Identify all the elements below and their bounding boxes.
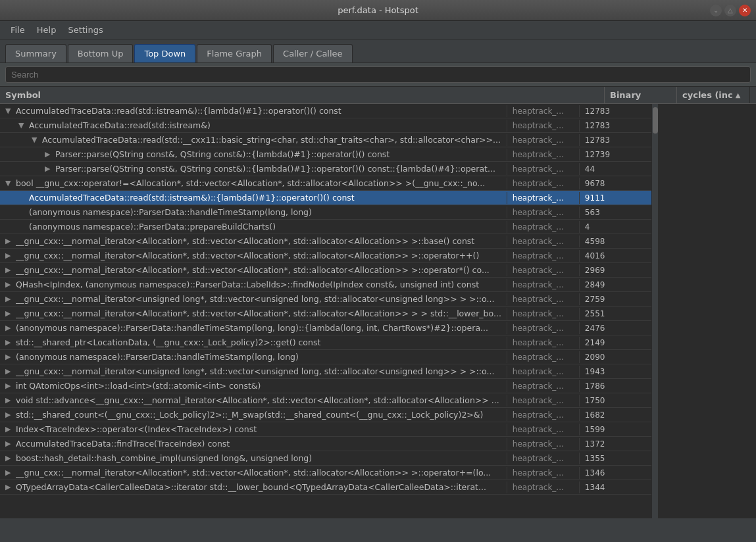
table-row[interactable]: ▶QTypedArrayData<CallerCalleeData>::iter…	[0, 480, 651, 495]
collapse-icon[interactable]: ▼	[18, 121, 28, 130]
expand-icon[interactable]: ▶	[5, 439, 14, 449]
table-row[interactable]: ▶AccumulatedTraceData::findTrace(TraceIn…	[0, 437, 651, 451]
scrollbar-thumb[interactable]	[653, 107, 658, 134]
binary-cell: heaptrack_...	[507, 351, 579, 363]
scrollbar-track[interactable]	[651, 104, 658, 518]
cycles-cell: 2551	[579, 308, 651, 320]
table-row[interactable]: ▶void std::advance<__gnu_cxx::__normal_i…	[0, 393, 651, 408]
tab-bottom-up[interactable]: Bottom Up	[68, 44, 134, 62]
expand-icon[interactable]: ▶	[5, 382, 14, 391]
cycles-cell: 4598	[579, 235, 651, 247]
cycles-cell: 1372	[579, 438, 651, 450]
symbol-text: std::__shared_ptr<LocationData, (__gnu_c…	[16, 337, 320, 347]
window-title: perf.data - Hotspot	[338, 5, 418, 15]
table-row[interactable]: ▶Index<TraceIndex>::operator<(Index<Trac…	[0, 422, 651, 437]
tab-caller-callee[interactable]: Caller / Callee	[273, 44, 353, 62]
expand-icon[interactable]: ▶	[5, 338, 14, 347]
cycles-cell: 12783	[579, 105, 651, 117]
symbol-text: (anonymous namespace)::ParserData::handl…	[16, 323, 488, 333]
table-row[interactable]: ▶(anonymous namespace)::ParserData::hand…	[0, 350, 651, 364]
maximize-button[interactable]: △	[724, 5, 736, 16]
expand-icon[interactable]: ▶	[5, 237, 14, 246]
expand-icon[interactable]: ▶	[5, 266, 14, 275]
table-row[interactable]: ▶std::__shared_count<(__gnu_cxx::_Lock_p…	[0, 408, 651, 422]
col-symbol-header[interactable]: Symbol	[0, 87, 605, 103]
table-header: Symbol Binary cycles (inc ▲	[0, 87, 756, 104]
binary-cell: heaptrack_...	[507, 293, 579, 305]
table-row[interactable]: (anonymous namespace)::ParserData::prepa…	[0, 220, 651, 234]
symbol-text: (anonymous namespace)::ParserData::handl…	[29, 207, 312, 217]
minimize-button[interactable]: ⌄	[710, 5, 722, 16]
binary-cell: heaptrack_...	[507, 221, 579, 233]
symbol-text: __gnu_cxx::__normal_iterator<Allocation*…	[16, 236, 474, 246]
table-row[interactable]: ▼AccumulatedTraceData::read(std::istream…	[0, 118, 651, 133]
col-symbol-label: Symbol	[5, 90, 41, 100]
cycles-cell: 2090	[579, 351, 651, 363]
expand-icon[interactable]: ▶	[5, 251, 14, 260]
table-body[interactable]: ▼AccumulatedTraceData::read(std::istream…	[0, 104, 651, 518]
binary-cell: heaptrack_...	[507, 264, 579, 276]
table-row[interactable]: ▶__gnu_cxx::__normal_iterator<Allocation…	[0, 234, 651, 249]
table-row[interactable]: (anonymous namespace)::ParserData::handl…	[0, 205, 651, 220]
table-row[interactable]: ▶boost::hash_detail::hash_combine_impl(u…	[0, 451, 651, 466]
col-binary-header[interactable]: Binary	[605, 87, 677, 103]
expand-icon[interactable]: ▶	[5, 410, 14, 420]
table-row[interactable]: ▶Parser::parse(QString const&, QString c…	[0, 162, 651, 176]
binary-cell: heaptrack_...	[507, 438, 579, 450]
cycles-cell: 563	[579, 207, 651, 218]
expand-icon[interactable]: ▶	[5, 425, 14, 434]
expand-icon[interactable]: ▶	[5, 353, 14, 362]
collapse-icon[interactable]: ▼	[32, 136, 41, 145]
table-row[interactable]: ▼bool __gnu_cxx::operator!=<Allocation*,…	[0, 176, 651, 191]
tab-summary[interactable]: Summary	[5, 44, 66, 62]
table-row[interactable]: ▶__gnu_cxx::__normal_iterator<unsigned l…	[0, 364, 651, 379]
table-row[interactable]: ▼AccumulatedTraceData::read(std::istream…	[0, 104, 651, 118]
menu-help[interactable]: Help	[32, 23, 62, 37]
expand-icon[interactable]: ▶	[45, 164, 54, 174]
binary-cell: heaptrack_...	[507, 235, 579, 247]
binary-cell: heaptrack_...	[507, 105, 579, 117]
search-input[interactable]	[5, 66, 751, 83]
table-row[interactable]: ▶__gnu_cxx::__normal_iterator<Allocation…	[0, 249, 651, 263]
search-bar	[0, 63, 756, 87]
symbol-text: AccumulatedTraceData::read(std::istream&…	[29, 120, 211, 130]
table-row[interactable]: ▼AccumulatedTraceData::read(std::__cxx11…	[0, 133, 651, 147]
binary-cell: heaptrack_...	[507, 337, 579, 349]
menu-file[interactable]: File	[5, 23, 30, 37]
table-wrapper: ▼AccumulatedTraceData::read(std::istream…	[0, 104, 756, 518]
symbol-text: QTypedArrayData<CallerCalleeData>::itera…	[16, 482, 486, 492]
table-row[interactable]: ▶QHash<IpIndex, (anonymous namespace)::P…	[0, 278, 651, 292]
expand-icon[interactable]: ▶	[45, 150, 54, 159]
symbol-text: AccumulatedTraceData::read(std::__cxx11:…	[42, 135, 501, 145]
col-cycles-header[interactable]: cycles (inc ▲	[677, 87, 749, 103]
tab-top-down[interactable]: Top Down	[134, 44, 195, 62]
cycles-cell: 1943	[579, 366, 651, 378]
collapse-icon[interactable]: ▼	[5, 107, 14, 116]
table-row[interactable]: ▶__gnu_cxx::__normal_iterator<Allocation…	[0, 307, 651, 321]
expand-icon[interactable]: ▶	[5, 309, 14, 318]
expand-icon[interactable]: ▶	[5, 468, 14, 478]
table-row[interactable]: ▶int QAtomicOps<int>::load<int>(std::ato…	[0, 379, 651, 393]
cycles-cell: 1355	[579, 453, 651, 464]
menu-settings[interactable]: Settings	[63, 23, 108, 37]
cycles-cell: 2476	[579, 322, 651, 334]
expand-icon[interactable]: ▶	[5, 295, 14, 304]
table-row[interactable]: ▶__gnu_cxx::__normal_iterator<Allocation…	[0, 466, 651, 480]
table-row[interactable]: ▶__gnu_cxx::__normal_iterator<Allocation…	[0, 263, 651, 278]
collapse-icon[interactable]: ▼	[5, 179, 14, 188]
tab-flame-graph[interactable]: Flame Graph	[197, 44, 272, 62]
cycles-cell: 1346	[579, 467, 651, 479]
table-row[interactable]: AccumulatedTraceData::read(std::istream&…	[0, 191, 651, 205]
table-row[interactable]: ▶(anonymous namespace)::ParserData::hand…	[0, 321, 651, 335]
expand-icon[interactable]: ▶	[5, 280, 14, 289]
expand-icon[interactable]: ▶	[5, 454, 14, 463]
cycles-cell: 4016	[579, 250, 651, 262]
close-button[interactable]: ✕	[739, 5, 751, 16]
expand-icon[interactable]: ▶	[5, 367, 14, 376]
expand-icon[interactable]: ▶	[5, 483, 14, 492]
table-row[interactable]: ▶std::__shared_ptr<LocationData, (__gnu_…	[0, 335, 651, 350]
expand-icon[interactable]: ▶	[5, 324, 14, 333]
table-row[interactable]: ▶__gnu_cxx::__normal_iterator<unsigned l…	[0, 292, 651, 307]
table-row[interactable]: ▶Parser::parse(QString const&, QString c…	[0, 147, 651, 162]
expand-icon[interactable]: ▶	[5, 396, 14, 405]
